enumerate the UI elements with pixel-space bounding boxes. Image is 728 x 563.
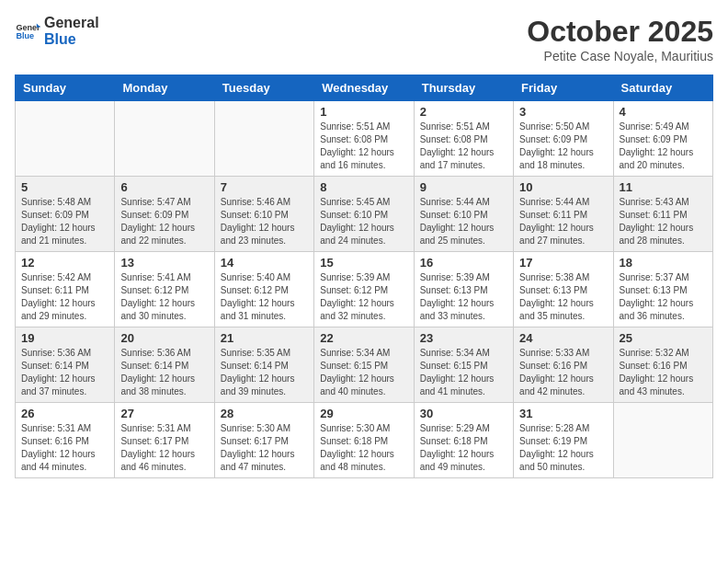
calendar-day-cell: 29Sunrise: 5:30 AM Sunset: 6:18 PM Dayli… xyxy=(314,403,414,478)
calendar-day-cell: 11Sunrise: 5:43 AM Sunset: 6:11 PM Dayli… xyxy=(613,177,712,252)
day-detail: Sunrise: 5:44 AM Sunset: 6:10 PM Dayligh… xyxy=(420,196,507,247)
calendar-day-cell: 25Sunrise: 5:32 AM Sunset: 6:16 PM Dayli… xyxy=(613,327,712,403)
calendar-day-cell: 1Sunrise: 5:51 AM Sunset: 6:08 PM Daylig… xyxy=(314,101,414,177)
day-detail: Sunrise: 5:38 AM Sunset: 6:13 PM Dayligh… xyxy=(519,271,607,323)
calendar-day-cell: 4Sunrise: 5:49 AM Sunset: 6:09 PM Daylig… xyxy=(613,101,712,177)
day-detail: Sunrise: 5:33 AM Sunset: 6:16 PM Dayligh… xyxy=(519,347,607,398)
day-detail: Sunrise: 5:29 AM Sunset: 6:18 PM Dayligh… xyxy=(420,422,507,474)
day-detail: Sunrise: 5:34 AM Sunset: 6:15 PM Dayligh… xyxy=(420,347,507,398)
calendar-week-row: 12Sunrise: 5:42 AM Sunset: 6:11 PM Dayli… xyxy=(16,252,713,327)
day-number: 3 xyxy=(519,105,607,119)
day-of-week-header: Friday xyxy=(514,75,613,101)
calendar-day-cell: 20Sunrise: 5:36 AM Sunset: 6:14 PM Dayli… xyxy=(115,327,214,403)
day-number: 4 xyxy=(620,105,707,119)
calendar-day-cell: 7Sunrise: 5:46 AM Sunset: 6:10 PM Daylig… xyxy=(214,177,313,252)
logo: General Blue General Blue xyxy=(15,15,99,47)
day-detail: Sunrise: 5:34 AM Sunset: 6:15 PM Dayligh… xyxy=(320,347,407,398)
day-detail: Sunrise: 5:31 AM Sunset: 6:17 PM Dayligh… xyxy=(120,422,208,474)
calendar-day-cell: 23Sunrise: 5:34 AM Sunset: 6:15 PM Dayli… xyxy=(414,327,513,403)
calendar-day-cell: 18Sunrise: 5:37 AM Sunset: 6:13 PM Dayli… xyxy=(613,252,712,327)
calendar-day-cell xyxy=(16,101,115,177)
day-detail: Sunrise: 5:46 AM Sunset: 6:10 PM Dayligh… xyxy=(221,196,308,247)
calendar-header-row: SundayMondayTuesdayWednesdayThursdayFrid… xyxy=(16,75,713,101)
day-detail: Sunrise: 5:35 AM Sunset: 6:14 PM Dayligh… xyxy=(221,347,308,398)
day-detail: Sunrise: 5:45 AM Sunset: 6:10 PM Dayligh… xyxy=(320,196,407,247)
calendar-day-cell xyxy=(115,101,214,177)
svg-text:Blue: Blue xyxy=(16,31,34,40)
day-detail: Sunrise: 5:31 AM Sunset: 6:16 PM Dayligh… xyxy=(21,422,108,474)
calendar-day-cell: 31Sunrise: 5:28 AM Sunset: 6:19 PM Dayli… xyxy=(514,403,613,478)
day-number: 9 xyxy=(420,180,507,194)
day-of-week-header: Sunday xyxy=(16,75,115,101)
calendar-day-cell: 2Sunrise: 5:51 AM Sunset: 6:08 PM Daylig… xyxy=(414,101,513,177)
day-of-week-header: Monday xyxy=(115,75,214,101)
day-number: 16 xyxy=(420,256,507,270)
day-detail: Sunrise: 5:30 AM Sunset: 6:17 PM Dayligh… xyxy=(221,422,308,474)
day-detail: Sunrise: 5:48 AM Sunset: 6:09 PM Dayligh… xyxy=(21,196,108,247)
day-detail: Sunrise: 5:49 AM Sunset: 6:09 PM Dayligh… xyxy=(620,121,707,172)
day-detail: Sunrise: 5:39 AM Sunset: 6:13 PM Dayligh… xyxy=(420,271,507,323)
day-of-week-header: Saturday xyxy=(613,75,712,101)
day-number: 11 xyxy=(620,180,707,194)
calendar-day-cell: 13Sunrise: 5:41 AM Sunset: 6:12 PM Dayli… xyxy=(115,252,214,327)
day-number: 12 xyxy=(21,256,108,270)
calendar-day-cell: 27Sunrise: 5:31 AM Sunset: 6:17 PM Dayli… xyxy=(115,403,214,478)
day-number: 26 xyxy=(21,407,108,420)
calendar-day-cell: 14Sunrise: 5:40 AM Sunset: 6:12 PM Dayli… xyxy=(214,252,313,327)
day-of-week-header: Tuesday xyxy=(214,75,313,101)
day-number: 2 xyxy=(420,105,507,119)
day-number: 22 xyxy=(320,331,407,345)
day-number: 24 xyxy=(519,331,607,345)
day-number: 29 xyxy=(320,407,407,420)
day-number: 27 xyxy=(120,407,208,420)
day-number: 15 xyxy=(320,256,407,270)
day-of-week-header: Thursday xyxy=(414,75,513,101)
day-detail: Sunrise: 5:40 AM Sunset: 6:12 PM Dayligh… xyxy=(221,271,308,323)
day-detail: Sunrise: 5:37 AM Sunset: 6:13 PM Dayligh… xyxy=(620,271,707,323)
day-number: 6 xyxy=(120,180,208,194)
day-number: 30 xyxy=(420,407,507,420)
day-number: 17 xyxy=(519,256,607,270)
calendar-day-cell: 17Sunrise: 5:38 AM Sunset: 6:13 PM Dayli… xyxy=(514,252,613,327)
calendar-day-cell: 21Sunrise: 5:35 AM Sunset: 6:14 PM Dayli… xyxy=(214,327,313,403)
day-number: 5 xyxy=(21,180,108,194)
calendar-week-row: 1Sunrise: 5:51 AM Sunset: 6:08 PM Daylig… xyxy=(16,101,713,177)
day-number: 7 xyxy=(221,180,308,194)
calendar-day-cell: 19Sunrise: 5:36 AM Sunset: 6:14 PM Dayli… xyxy=(16,327,115,403)
day-detail: Sunrise: 5:44 AM Sunset: 6:11 PM Dayligh… xyxy=(519,196,607,247)
calendar-day-cell: 12Sunrise: 5:42 AM Sunset: 6:11 PM Dayli… xyxy=(16,252,115,327)
day-number: 23 xyxy=(420,331,507,345)
day-number: 28 xyxy=(221,407,308,420)
day-number: 21 xyxy=(221,331,308,345)
calendar-table: SundayMondayTuesdayWednesdayThursdayFrid… xyxy=(15,75,713,478)
calendar-day-cell: 6Sunrise: 5:47 AM Sunset: 6:09 PM Daylig… xyxy=(115,177,214,252)
day-detail: Sunrise: 5:39 AM Sunset: 6:12 PM Dayligh… xyxy=(320,271,407,323)
day-number: 19 xyxy=(21,331,108,345)
day-detail: Sunrise: 5:51 AM Sunset: 6:08 PM Dayligh… xyxy=(420,121,507,172)
day-detail: Sunrise: 5:51 AM Sunset: 6:08 PM Dayligh… xyxy=(320,121,407,172)
calendar-day-cell xyxy=(613,403,712,478)
day-number: 18 xyxy=(620,256,707,270)
day-detail: Sunrise: 5:43 AM Sunset: 6:11 PM Dayligh… xyxy=(620,196,707,247)
calendar-week-row: 19Sunrise: 5:36 AM Sunset: 6:14 PM Dayli… xyxy=(16,327,713,403)
day-detail: Sunrise: 5:42 AM Sunset: 6:11 PM Dayligh… xyxy=(21,271,108,323)
day-detail: Sunrise: 5:50 AM Sunset: 6:09 PM Dayligh… xyxy=(519,121,607,172)
calendar-day-cell: 10Sunrise: 5:44 AM Sunset: 6:11 PM Dayli… xyxy=(514,177,613,252)
day-of-week-header: Wednesday xyxy=(314,75,414,101)
calendar-day-cell xyxy=(214,101,313,177)
day-number: 20 xyxy=(120,331,208,345)
day-detail: Sunrise: 5:41 AM Sunset: 6:12 PM Dayligh… xyxy=(120,271,208,323)
logo-blue-text: Blue xyxy=(44,31,99,48)
day-number: 8 xyxy=(320,180,407,194)
location-title: Petite Case Noyale, Mauritius xyxy=(527,49,713,63)
day-detail: Sunrise: 5:30 AM Sunset: 6:18 PM Dayligh… xyxy=(320,422,407,474)
calendar-day-cell: 8Sunrise: 5:45 AM Sunset: 6:10 PM Daylig… xyxy=(314,177,414,252)
calendar-day-cell: 3Sunrise: 5:50 AM Sunset: 6:09 PM Daylig… xyxy=(514,101,613,177)
calendar-week-row: 5Sunrise: 5:48 AM Sunset: 6:09 PM Daylig… xyxy=(16,177,713,252)
calendar-day-cell: 9Sunrise: 5:44 AM Sunset: 6:10 PM Daylig… xyxy=(414,177,513,252)
page-header: General Blue General Blue October 2025 P… xyxy=(15,15,713,63)
calendar-day-cell: 16Sunrise: 5:39 AM Sunset: 6:13 PM Dayli… xyxy=(414,252,513,327)
calendar-day-cell: 26Sunrise: 5:31 AM Sunset: 6:16 PM Dayli… xyxy=(16,403,115,478)
calendar-day-cell: 22Sunrise: 5:34 AM Sunset: 6:15 PM Dayli… xyxy=(314,327,414,403)
day-detail: Sunrise: 5:47 AM Sunset: 6:09 PM Dayligh… xyxy=(120,196,208,247)
